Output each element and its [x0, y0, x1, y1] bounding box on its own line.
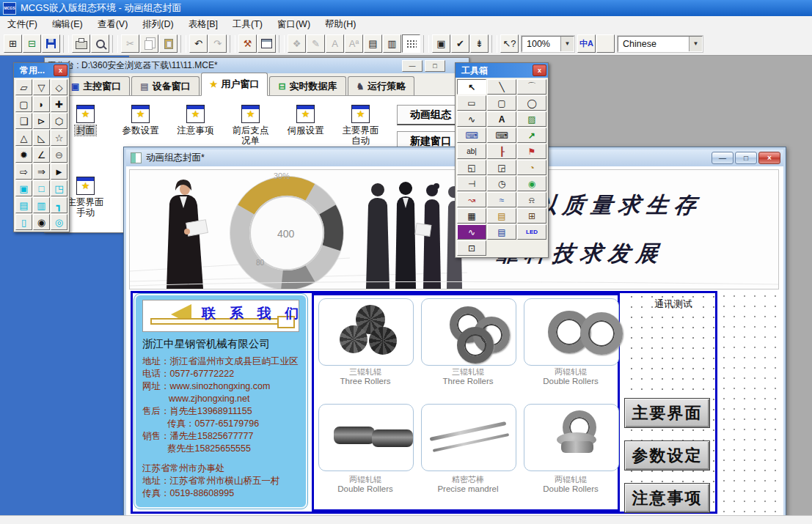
menu-item-1[interactable]: 编辑(E) — [45, 18, 90, 31]
document-minimize-button[interactable]: — — [712, 152, 734, 164]
tab-device-window[interactable]: ▤设备窗口 — [131, 76, 199, 95]
workbench-restore-button[interactable]: □ — [425, 60, 445, 72]
document-close-button[interactable]: × — [758, 152, 780, 164]
knob-tool[interactable]: ◔ — [517, 160, 546, 175]
cut-button[interactable]: ✂ — [121, 34, 139, 53]
cube-icon[interactable]: ❑ — [15, 113, 32, 129]
led-tool[interactable]: LED — [517, 224, 546, 240]
bar-h-icon[interactable]: ▤ — [15, 197, 32, 213]
corner-bar-icon[interactable]: ┓ — [51, 197, 67, 213]
menu-item-2[interactable]: 查看(V) — [90, 18, 136, 31]
product-card-4[interactable] — [421, 404, 516, 471]
meter-tool[interactable]: ◷ — [487, 176, 516, 191]
notes-button[interactable]: 注意事项 — [624, 483, 710, 513]
contact-panel[interactable]: 联 系 我 们 浙江中星钢管机械有限公司 地址：浙江省温州市文成县巨屿工业区电话… — [134, 294, 307, 509]
window-item-notes[interactable]: ★注意事项 — [168, 105, 223, 146]
arc-tool[interactable]: ⌒ — [517, 79, 546, 95]
capsule-v-icon[interactable]: ▯ — [15, 214, 32, 230]
draw-button[interactable]: ✎ — [307, 34, 325, 53]
tools-button[interactable]: ⚒ — [238, 34, 257, 53]
check-button[interactable]: ✔ — [451, 34, 469, 53]
product-card-3[interactable] — [318, 404, 414, 471]
input-tool[interactable]: ab| — [457, 144, 486, 159]
app-titlebar[interactable]: MCGS MCGS嵌入版组态环境 - 动画组态封面 — [0, 0, 812, 16]
capsule-icon[interactable]: ⊖ — [51, 147, 67, 163]
right-triangle-icon[interactable]: ◺ — [33, 130, 50, 146]
bitmap-tool[interactable]: ▨ — [517, 111, 546, 127]
print-button[interactable] — [72, 34, 90, 53]
document-restore-button[interactable]: □ — [735, 152, 757, 164]
tab-run-strategy[interactable]: ♞运行策略 — [348, 76, 415, 95]
menu-item-0[interactable]: 文件(F) — [0, 18, 45, 31]
product-card-2[interactable] — [524, 298, 619, 366]
trend-curve-tool[interactable]: ↝ — [457, 192, 486, 207]
flag-tool[interactable]: ⚑ — [517, 144, 546, 159]
select-tool[interactable]: ↖ — [457, 79, 486, 95]
arrow-outline-icon[interactable]: ⇨ — [15, 163, 32, 180]
parallelogram-icon[interactable]: ▱ — [15, 79, 32, 95]
grid-button[interactable] — [402, 34, 420, 53]
workbench-titlebar[interactable]: 工作台 : D:\360安全浏览器下载\11\11.MCE* — □ — [45, 58, 469, 73]
spare-button[interactable] — [596, 34, 615, 53]
workbench-button[interactable]: ⊟ — [23, 34, 41, 53]
workbench-minimize-button[interactable]: — — [402, 60, 423, 72]
polyline-tool[interactable]: ∿ — [457, 111, 486, 127]
banner-slogan-1[interactable]: 以质量求生存 — [533, 191, 703, 221]
window-item-fulcrum[interactable]: ★前后支点况单 — [223, 105, 278, 146]
product-card-0[interactable] — [318, 298, 414, 366]
diamond-icon[interactable]: ◇ — [51, 79, 67, 95]
free-table-tool[interactable]: ▤ — [487, 224, 516, 240]
panel2-tool[interactable]: ⌨ — [487, 128, 516, 143]
panel-tool[interactable]: ⌨ — [457, 128, 486, 143]
frame-c-icon[interactable]: ◳ — [51, 180, 67, 196]
arrange-button[interactable]: ⇟ — [470, 34, 489, 53]
window-transfer-tool[interactable]: ↗ — [517, 128, 546, 143]
symbol-button[interactable]: ❖ — [288, 34, 306, 53]
storage-tool[interactable]: ⊞ — [517, 208, 546, 224]
multiline-button[interactable]: ▤ — [364, 34, 382, 53]
properties-button[interactable]: ▣ — [432, 34, 450, 53]
donut-icon[interactable]: ◎ — [51, 214, 67, 230]
product-card-5[interactable] — [524, 404, 619, 471]
menu-item-4[interactable]: 表格[B] — [181, 18, 225, 31]
pentagon-arrow-icon[interactable]: ⊳ — [33, 113, 50, 129]
window-item-main-ui-auto[interactable]: ★主要界面自动 — [333, 105, 388, 146]
paste-button[interactable] — [159, 34, 178, 53]
ellipse-tool[interactable]: ◯ — [517, 95, 546, 111]
main-ui-button[interactable]: 主要界面 — [624, 398, 710, 428]
strategy-tool[interactable]: ∿ — [457, 224, 486, 240]
switch-tool[interactable]: ⊣ — [457, 176, 486, 191]
burst-icon[interactable]: ✹ — [15, 147, 32, 163]
window-item-param-settings[interactable]: ★参数设置 — [113, 105, 168, 146]
line-list-button[interactable]: ▥ — [383, 34, 401, 53]
cross-icon[interactable]: ✚ — [51, 96, 67, 112]
alarm-bell-tool[interactable]: ⍾ — [517, 192, 546, 207]
lamp-tool[interactable]: ◉ — [517, 176, 546, 191]
line-tool[interactable]: ╲ — [487, 79, 516, 95]
comm-test-label[interactable]: 通讯测试 — [653, 298, 694, 311]
alarm-window-tool[interactable]: ⊡ — [457, 240, 486, 256]
roundrect-tool[interactable]: ▢ — [487, 95, 516, 111]
product-card-1[interactable] — [421, 298, 516, 366]
context-help-button[interactable]: ↖? — [500, 34, 519, 53]
tab-main-window[interactable]: ▣主控窗口 — [62, 76, 130, 95]
save-button[interactable] — [42, 34, 60, 53]
fontsize-button[interactable]: Aª — [345, 34, 363, 53]
button-a-tool[interactable]: ◱ — [457, 160, 486, 175]
callout-icon[interactable]: ◗ — [33, 96, 50, 112]
menu-item-3[interactable]: 排列(D) — [135, 18, 180, 31]
tab-user-window[interactable]: ★用户窗口 — [201, 73, 268, 96]
grid-table-tool[interactable]: ▦ — [457, 208, 486, 224]
menu-item-7[interactable]: 帮助(H) — [318, 18, 363, 31]
print-preview-button[interactable] — [91, 34, 109, 53]
toolbox-palette-titlebar[interactable]: 工具箱 x — [456, 63, 548, 78]
param-set-button[interactable]: 参数设定 — [624, 440, 710, 471]
trapezoid-icon[interactable]: ▽ — [33, 79, 50, 95]
angle-pipe-icon[interactable]: ∠ — [33, 147, 50, 163]
common-palette-close-button[interactable]: x — [54, 64, 67, 76]
redo-button[interactable]: ↷ — [208, 34, 227, 53]
xy-curve-tool[interactable]: ≈ — [487, 192, 516, 207]
circle-star-icon[interactable]: ◉ — [33, 214, 50, 230]
button-b-tool[interactable]: ◲ — [487, 160, 516, 175]
zoom-select[interactable]: 100% ▼ — [522, 36, 574, 52]
